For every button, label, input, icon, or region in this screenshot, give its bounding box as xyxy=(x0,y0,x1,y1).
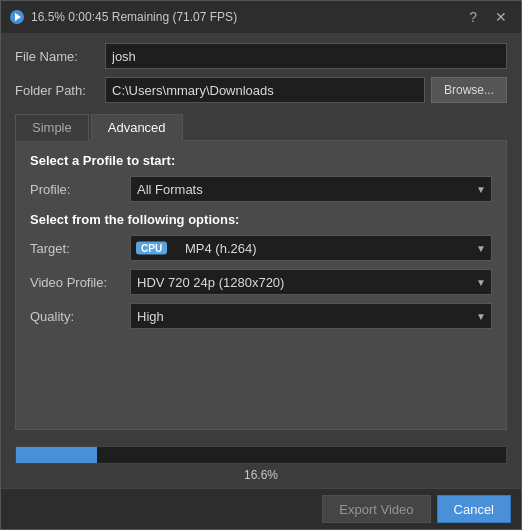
profile-select-wrap: All Formats Web Mobile Audio ▼ xyxy=(130,176,492,202)
quality-select[interactable]: High Medium Low Custom xyxy=(130,303,492,329)
profile-select[interactable]: All Formats Web Mobile Audio xyxy=(130,176,492,202)
folder-path-input[interactable] xyxy=(105,77,425,103)
quality-label: Quality: xyxy=(30,309,130,324)
video-profile-select-wrap: HDV 720 24p (1280x720) Full HD 1080p 4K … xyxy=(130,269,492,295)
bottom-bar: Export Video Cancel xyxy=(1,488,521,529)
quality-select-wrap: High Medium Low Custom ▼ xyxy=(130,303,492,329)
progress-text: 16.6% xyxy=(15,468,507,482)
file-name-row: File Name: xyxy=(15,43,507,69)
title-bar: 16.5% 0:00:45 Remaining (71.07 FPS) ? ✕ xyxy=(1,1,521,33)
video-profile-select[interactable]: HDV 720 24p (1280x720) Full HD 1080p 4K … xyxy=(130,269,492,295)
main-window: 16.5% 0:00:45 Remaining (71.07 FPS) ? ✕ … xyxy=(0,0,522,530)
progress-bar-area: 16.6% xyxy=(1,438,521,488)
file-name-input[interactable] xyxy=(105,43,507,69)
quality-row: Quality: High Medium Low Custom ▼ xyxy=(30,303,492,329)
progress-bar xyxy=(15,446,507,464)
close-button[interactable]: ✕ xyxy=(489,8,513,26)
help-button[interactable]: ? xyxy=(463,8,483,26)
tab-bar: Simple Advanced xyxy=(15,113,507,141)
tab-simple[interactable]: Simple xyxy=(15,114,89,141)
profile-row: Profile: All Formats Web Mobile Audio ▼ xyxy=(30,176,492,202)
select-options-title: Select from the following options: xyxy=(30,212,492,227)
progress-bar-fill xyxy=(16,447,97,463)
target-label: Target: xyxy=(30,241,130,256)
select-profile-title: Select a Profile to start: xyxy=(30,153,492,168)
video-profile-label: Video Profile: xyxy=(30,275,130,290)
title-bar-text: 16.5% 0:00:45 Remaining (71.07 FPS) xyxy=(31,10,457,24)
tab-advanced[interactable]: Advanced xyxy=(91,114,183,141)
tab-content: Select a Profile to start: Profile: All … xyxy=(15,141,507,430)
folder-path-row: Folder Path: Browse... xyxy=(15,77,507,103)
export-video-button[interactable]: Export Video xyxy=(322,495,430,523)
content-area: File Name: Folder Path: Browse... Simple… xyxy=(1,33,521,438)
target-select[interactable]: MP4 (h.264) MP4 (h.265) MKV AVI xyxy=(130,235,492,261)
target-row: Target: MP4 (h.264) MP4 (h.265) MKV AVI … xyxy=(30,235,492,261)
app-icon xyxy=(9,9,25,25)
folder-path-label: Folder Path: xyxy=(15,83,105,98)
video-profile-row: Video Profile: HDV 720 24p (1280x720) Fu… xyxy=(30,269,492,295)
browse-button[interactable]: Browse... xyxy=(431,77,507,103)
cancel-button[interactable]: Cancel xyxy=(437,495,511,523)
target-select-wrap: MP4 (h.264) MP4 (h.265) MKV AVI CPU ▼ xyxy=(130,235,492,261)
file-name-label: File Name: xyxy=(15,49,105,64)
profile-label: Profile: xyxy=(30,182,130,197)
